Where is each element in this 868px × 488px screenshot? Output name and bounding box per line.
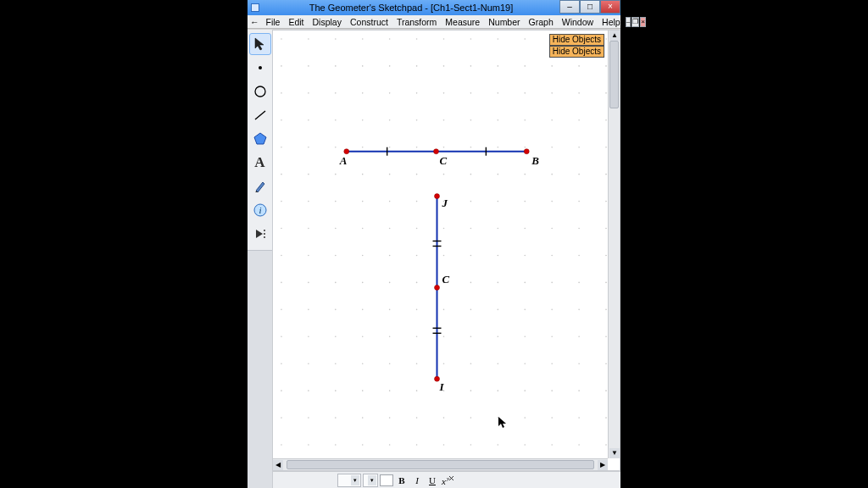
svg-point-177 [281,390,282,391]
scroll-left-button[interactable]: ◀ [273,460,283,470]
svg-point-205 [335,444,337,446]
tool-info[interactable]: i [249,199,271,221]
svg-point-185 [498,390,499,391]
svg-point-134 [524,282,526,284]
svg-point-42 [498,92,499,94]
menu-transform[interactable]: Transform [392,17,441,27]
svg-point-165 [308,363,309,364]
tool-text[interactable]: A [249,152,271,174]
close-button[interactable]: × [600,0,620,14]
menu-construct[interactable]: Construct [346,17,392,27]
menu-window[interactable]: Window [558,17,598,27]
svg-point-94 [498,201,499,202]
mdi-back-icon[interactable]: ← [249,17,260,27]
svg-point-159 [498,336,499,337]
svg-point-140 [335,309,337,311]
svg-point-66 [443,147,445,148]
svg-point-99 [281,228,282,230]
point-b[interactable] [524,149,529,154]
label-c1: C [440,154,448,167]
tool-circle[interactable] [249,80,271,103]
horizontal-scrollbar[interactable]: ◀ ▶ [273,458,608,470]
font-family-combo[interactable]: ▾ [363,474,378,487]
svg-point-180 [362,390,364,391]
svg-point-35 [308,92,309,94]
sketch-canvas[interactable]: {} A C [273,30,608,458]
svg-point-156 [416,336,418,337]
svg-point-108 [524,228,526,230]
svg-point-37 [362,92,364,94]
mdi-close-button[interactable]: × [640,17,646,27]
maximize-button[interactable]: □ [580,0,600,14]
svg-text:i: i [259,205,261,215]
svg-point-104 [416,228,418,230]
mdi-minimize-button[interactable]: – [626,17,631,27]
minimize-button[interactable]: – [559,0,580,14]
vertical-scroll-thumb[interactable] [609,41,619,108]
toolbox: A i [248,30,273,488]
svg-point-110 [578,228,580,230]
svg-point-25 [389,65,391,67]
window-title: The Geometer's Sketchpad - [Ch1-Sect1-Nu… [263,3,559,13]
svg-point-58 [578,119,580,121]
mdi-restore-button[interactable]: ❐ [632,17,639,27]
scroll-right-button[interactable]: ▶ [598,460,608,470]
svg-point-128 [362,282,364,284]
svg-point-166 [335,363,337,364]
hide-objects-button-2[interactable]: Hide Objects [549,46,604,58]
canvas-viewport: {} A C [273,30,620,471]
svg-point-167 [362,363,364,364]
svg-point-90 [389,201,391,202]
menu-edit[interactable]: Edit [284,17,308,27]
svg-point-163 [605,336,607,337]
tool-point[interactable] [249,57,271,79]
svg-point-158 [470,336,472,337]
tool-line[interactable] [249,104,271,126]
font-size-combo[interactable]: ▾ [337,474,361,487]
svg-point-102 [362,228,364,230]
tool-polygon[interactable] [249,128,271,150]
tool-arrow[interactable] [249,33,271,55]
svg-point-162 [578,336,580,337]
horizontal-scroll-thumb[interactable] [287,460,594,469]
svg-point-74 [308,174,309,175]
svg-point-51 [389,119,391,121]
svg-point-174 [551,363,553,364]
menu-help[interactable]: Help [598,17,625,27]
menu-graph[interactable]: Graph [525,17,558,27]
underline-button[interactable]: U [426,474,439,487]
menu-display[interactable]: Display [309,17,346,27]
menu-file[interactable]: File [262,17,285,27]
svg-point-54 [470,119,472,121]
scroll-down-button[interactable]: ▼ [609,448,620,458]
point-c-on-ji[interactable] [435,285,440,290]
menu-measure[interactable]: Measure [441,17,484,27]
scroll-up-button[interactable]: ▲ [609,30,620,41]
point-c-on-ab[interactable] [434,149,439,154]
svg-point-62 [335,147,337,148]
text-color-well[interactable] [380,474,393,486]
svg-point-6 [264,233,265,235]
svg-point-193 [362,417,364,419]
svg-point-93 [470,201,472,202]
svg-point-147 [524,309,526,311]
svg-point-133 [498,282,499,284]
tool-custom[interactable] [249,223,271,245]
vertical-scrollbar[interactable]: ▲ ▼ [608,30,620,458]
menu-number[interactable]: Number [484,17,524,27]
svg-point-199 [524,417,526,419]
point-j[interactable] [435,194,440,199]
hide-objects-button-1[interactable]: Hide Objects [549,34,604,46]
svg-point-179 [335,390,337,391]
svg-point-178 [308,390,309,391]
svg-point-30 [524,65,526,67]
math-format-button[interactable]: x y [441,474,454,487]
bold-button[interactable]: B [395,474,409,487]
svg-point-118 [443,255,445,257]
svg-point-204 [308,444,309,446]
italic-button[interactable]: I [410,474,424,487]
svg-point-40 [443,92,445,94]
tool-marker[interactable] [249,175,271,197]
svg-point-28 [470,65,472,67]
svg-point-15 [470,38,472,40]
